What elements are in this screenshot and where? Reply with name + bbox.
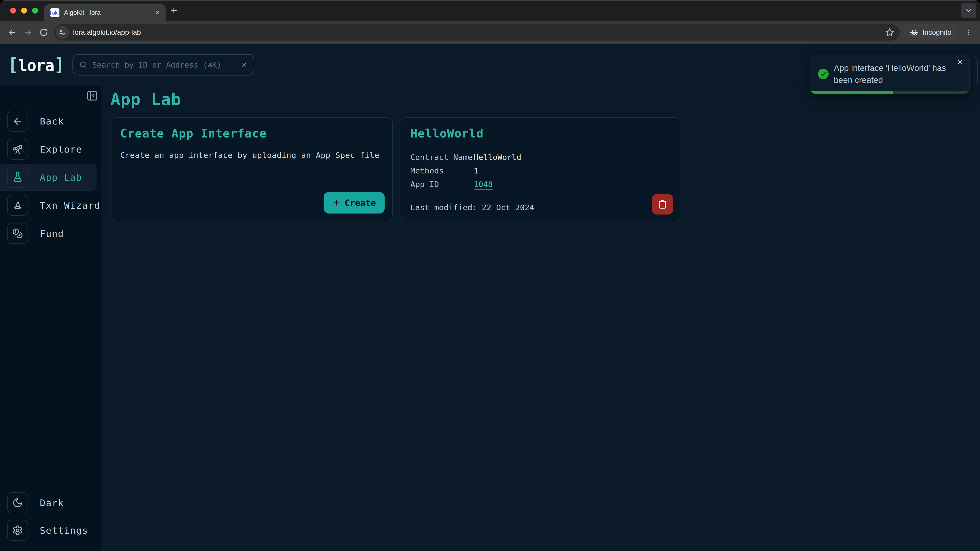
search-bar[interactable] bbox=[73, 54, 254, 76]
detail-label: Contract Name bbox=[410, 151, 474, 164]
app-body: Back Explore App Lab bbox=[0, 86, 980, 551]
logo-bracket-open: [ bbox=[8, 54, 18, 75]
sidebar-footer: Dark Settings bbox=[0, 489, 102, 551]
detail-row-contract-name: Contract Name HelloWorld bbox=[410, 151, 672, 164]
create-button-label: Create bbox=[345, 198, 376, 208]
moon-icon bbox=[7, 492, 28, 513]
incognito-badge: Incognito bbox=[904, 24, 959, 41]
sidebar-item-label: Txn Wizard bbox=[40, 200, 100, 211]
trash-icon bbox=[657, 199, 668, 210]
lora-app: [ lora ] bbox=[0, 44, 980, 551]
tab-search-chevron-button[interactable] bbox=[961, 3, 977, 18]
back-button[interactable] bbox=[4, 24, 20, 40]
sidebar-item-label: App Lab bbox=[40, 172, 82, 183]
detail-row-app-id: App ID 1048 bbox=[410, 178, 672, 191]
url-text: lora.algokit.io/app-lab bbox=[73, 28, 141, 37]
sidebar-item-explore[interactable]: Explore bbox=[0, 136, 97, 163]
plus-icon bbox=[332, 199, 340, 207]
bookmark-star-icon[interactable] bbox=[885, 28, 894, 37]
new-tab-button[interactable] bbox=[169, 6, 178, 15]
app-id-link[interactable]: 1048 bbox=[474, 178, 493, 191]
zoom-window-button[interactable] bbox=[32, 8, 38, 14]
tab-title: AlgoKit - lora bbox=[64, 9, 154, 16]
gear-icon bbox=[7, 520, 28, 541]
app-card-title: HelloWorld bbox=[410, 127, 672, 140]
sidebar-item-theme-dark[interactable]: Dark bbox=[0, 489, 97, 516]
tab-strip: [ak] AlgoKit - lora bbox=[0, 0, 980, 21]
card-description: Create an app interface by uploading an … bbox=[120, 151, 383, 160]
close-window-button[interactable] bbox=[10, 8, 16, 14]
sidebar-item-back[interactable]: Back bbox=[0, 108, 97, 135]
logo-text: lora bbox=[18, 56, 54, 75]
card-title: Create App Interface bbox=[120, 127, 383, 140]
reload-button[interactable] bbox=[36, 24, 52, 40]
sidebar-item-app-lab[interactable]: App Lab bbox=[0, 164, 97, 191]
incognito-label: Incognito bbox=[922, 28, 951, 37]
forward-button[interactable] bbox=[20, 24, 36, 40]
detail-value: 1 bbox=[474, 164, 479, 178]
window-controls bbox=[10, 8, 38, 14]
browser-toolbar: lora.algokit.io/app-lab Incognito bbox=[0, 21, 980, 44]
sidebar-item-label: Explore bbox=[40, 144, 82, 155]
telescope-icon bbox=[7, 139, 28, 160]
incognito-icon bbox=[910, 28, 919, 37]
browser-window: [ak] AlgoKit - lora lora.algokit.io/a bbox=[0, 0, 980, 551]
delete-app-interface-button[interactable] bbox=[652, 194, 673, 214]
sidebar-item-fund[interactable]: Fund bbox=[0, 220, 97, 247]
toast-progress-fill bbox=[810, 91, 893, 94]
app-card-details: Contract Name HelloWorld Methods 1 App I… bbox=[410, 151, 672, 191]
browser-tab[interactable]: [ak] AlgoKit - lora bbox=[44, 4, 165, 21]
detail-label: Methods bbox=[410, 164, 474, 178]
sidebar-item-label: Dark bbox=[40, 498, 64, 508]
flask-icon bbox=[7, 167, 28, 188]
search-clear-icon[interactable] bbox=[241, 62, 248, 68]
create-app-interface-card: Create App Interface Create an app inter… bbox=[110, 118, 393, 221]
arrow-left-icon bbox=[7, 111, 28, 132]
last-modified-text: Last modified: 22 Oct 2024 bbox=[410, 203, 534, 212]
minimize-window-button[interactable] bbox=[21, 8, 27, 14]
url-bar[interactable]: lora.algokit.io/app-lab bbox=[54, 24, 900, 41]
search-icon bbox=[79, 61, 87, 69]
site-info-icon[interactable] bbox=[56, 26, 69, 39]
sidebar-item-settings[interactable]: Settings bbox=[0, 517, 97, 544]
toast-message: App interface 'HelloWorld' has been crea… bbox=[834, 62, 954, 86]
success-toast: App interface 'HelloWorld' has been crea… bbox=[810, 54, 969, 94]
success-check-icon bbox=[818, 68, 829, 79]
main-content: App Lab Create App Interface Create an a… bbox=[102, 86, 980, 551]
tab-favicon: [ak] bbox=[50, 8, 59, 17]
search-input[interactable] bbox=[92, 60, 241, 70]
wizard-hat-icon bbox=[7, 195, 28, 216]
detail-row-methods: Methods 1 bbox=[410, 164, 672, 178]
sidebar-nav: Back Explore App Lab bbox=[0, 108, 102, 247]
card-row: Create App Interface Create an app inter… bbox=[110, 118, 980, 221]
toast-progress-track bbox=[810, 91, 969, 94]
sidebar: Back Explore App Lab bbox=[0, 86, 102, 551]
coins-icon bbox=[7, 223, 28, 244]
sidebar-item-label: Settings bbox=[40, 525, 88, 536]
browser-menu-button[interactable] bbox=[963, 24, 974, 40]
sidebar-item-label: Back bbox=[40, 116, 64, 127]
create-button[interactable]: Create bbox=[324, 192, 385, 213]
logo-bracket-close: ] bbox=[54, 54, 64, 75]
lora-logo[interactable]: [ lora ] bbox=[8, 54, 64, 75]
collapse-sidebar-button[interactable] bbox=[86, 90, 98, 102]
sidebar-item-label: Fund bbox=[40, 228, 64, 239]
sidebar-item-txn-wizard[interactable]: Txn Wizard bbox=[0, 192, 97, 219]
tab-close-icon[interactable] bbox=[154, 10, 161, 16]
app-interface-card[interactable]: HelloWorld Contract Name HelloWorld Meth… bbox=[401, 118, 681, 221]
detail-label: App ID bbox=[410, 178, 474, 191]
toast-close-icon[interactable] bbox=[956, 58, 964, 65]
detail-value: HelloWorld bbox=[474, 151, 522, 164]
